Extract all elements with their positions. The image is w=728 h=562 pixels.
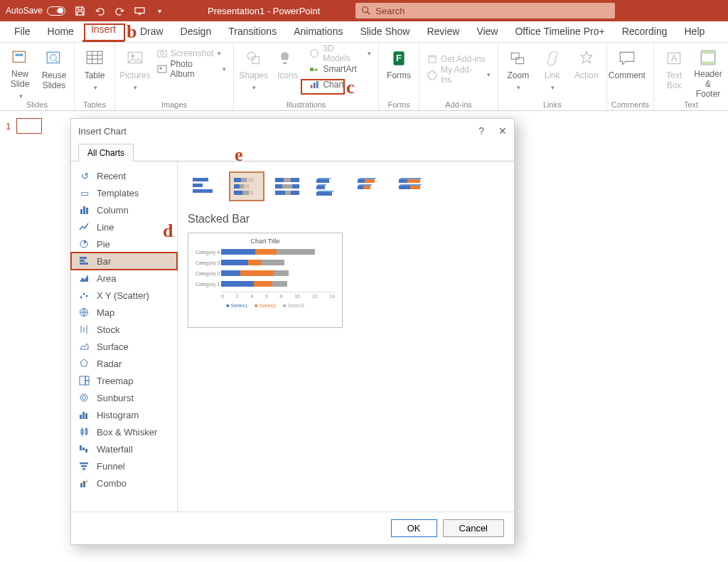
tab-insert[interactable]: Insert — [82, 19, 124, 42]
svg-rect-16 — [158, 65, 166, 73]
subtype-3d-stacked-bar[interactable] — [353, 171, 388, 201]
svg-point-0 — [363, 7, 368, 13]
pie-icon — [78, 238, 91, 250]
reuse-slides-button[interactable]: Reuse Slides — [38, 46, 70, 97]
icons-button[interactable]: Icons — [272, 46, 304, 97]
area-icon — [78, 272, 91, 284]
smartart-icon — [309, 63, 320, 75]
help-icon[interactable]: ? — [478, 125, 484, 137]
dialog-tab-all-charts[interactable]: All Charts — [78, 144, 134, 161]
tab-slideshow[interactable]: Slide Show — [351, 21, 418, 42]
tab-timeline[interactable]: Office Timeline Pro+ — [506, 21, 613, 42]
tab-draw[interactable]: Draw — [132, 21, 172, 42]
svg-rect-38 — [80, 257, 87, 259]
tab-transitions[interactable]: Transitions — [220, 21, 285, 42]
chart-button[interactable]: Chart — [306, 77, 374, 92]
cat-recent[interactable]: ↺Recent — [71, 167, 177, 184]
tab-home[interactable]: Home — [39, 21, 82, 42]
qat-more-icon[interactable]: ▾ — [154, 5, 165, 16]
svg-rect-71 — [234, 178, 241, 182]
cat-waterfall[interactable]: Waterfall — [71, 440, 177, 457]
cat-treemap[interactable]: Treemap — [71, 372, 177, 389]
link-button[interactable]: Link▾ — [537, 46, 568, 97]
icons-icon — [278, 48, 298, 68]
action-button[interactable]: Action — [571, 46, 602, 97]
svg-rect-96 — [399, 179, 407, 183]
cat-column[interactable]: Column — [71, 201, 177, 218]
table-button[interactable]: Table▾ — [79, 46, 110, 97]
tab-view[interactable]: View — [468, 21, 506, 42]
combo-icon — [78, 477, 91, 489]
3d-models-button[interactable]: 3D Models▾ — [306, 46, 374, 61]
subtype-3d-100-stacked-bar[interactable] — [394, 171, 429, 201]
ok-button[interactable]: OK — [391, 519, 437, 537]
cat-map[interactable]: Map — [71, 304, 177, 321]
map-icon — [78, 307, 91, 318]
cat-bar[interactable]: Bar — [71, 253, 177, 270]
cat-line[interactable]: Line — [71, 218, 177, 235]
svg-rect-23 — [314, 83, 316, 88]
dialog-titlebar: Insert Chart ? ✕ — [71, 119, 514, 143]
cat-area[interactable]: Area — [71, 270, 177, 287]
tab-file[interactable]: File — [6, 21, 39, 42]
autosave-toggle[interactable]: AutoSave Off — [6, 6, 65, 16]
new-slide-button[interactable]: New Slide▾ — [4, 46, 36, 97]
cat-surface[interactable]: Surface — [71, 338, 177, 355]
textbox-icon: A — [664, 48, 684, 68]
quick-access-toolbar: ▾ — [74, 5, 165, 16]
cat-pie[interactable]: Pie — [71, 235, 177, 253]
subtype-stacked-bar[interactable] — [229, 171, 264, 201]
search-input[interactable]: Search — [355, 3, 615, 18]
cat-combo[interactable]: Combo — [71, 474, 177, 492]
svg-rect-77 — [234, 191, 242, 195]
pictures-button[interactable]: Pictures▾ — [119, 46, 151, 97]
action-icon — [577, 48, 596, 68]
header-footer-button[interactable]: Header & Footer — [692, 46, 724, 97]
svg-rect-21 — [310, 68, 314, 71]
cat-templates[interactable]: ▭Templates — [71, 184, 177, 201]
slide-thumbnail-panel: 1 — [0, 111, 64, 562]
chart-preview-area: Stacked Bar Chart Title Category 4Catego… — [178, 161, 514, 511]
tab-help[interactable]: Help — [675, 21, 713, 42]
surface-icon — [78, 341, 91, 352]
cat-histogram[interactable]: Histogram — [71, 406, 177, 423]
chart-preview[interactable]: Chart Title Category 4Category 3Category… — [188, 233, 343, 328]
cat-stock[interactable]: Stock — [71, 321, 177, 338]
tab-recording[interactable]: Recording — [614, 21, 676, 42]
my-addins-button[interactable]: My Add-ins▾ — [424, 67, 493, 83]
preview-title: Chart Title — [196, 238, 335, 245]
undo-icon[interactable] — [94, 5, 105, 16]
cat-boxwhisker[interactable]: Box & Whisker — [71, 423, 177, 440]
shapes-icon — [244, 48, 264, 68]
svg-rect-54 — [82, 412, 85, 419]
header-icon — [698, 48, 718, 67]
ribbon: New Slide▾ Reuse Slides Slides Table▾ Ta… — [0, 43, 728, 111]
tab-animations[interactable]: Animations — [285, 21, 351, 42]
screenshot-icon — [156, 48, 168, 59]
cat-scatter[interactable]: X Y (Scatter) — [71, 287, 177, 304]
cat-sunburst[interactable]: Sunburst — [71, 389, 177, 406]
subtype-clustered-bar[interactable] — [188, 171, 223, 201]
cat-funnel[interactable]: Funnel — [71, 457, 177, 474]
forms-button[interactable]: FForms — [383, 46, 414, 97]
shapes-button[interactable]: Shapes▾ — [238, 46, 269, 97]
close-icon[interactable]: ✕ — [498, 125, 507, 137]
present-icon[interactable] — [134, 5, 145, 16]
textbox-button[interactable]: AText Box — [658, 46, 690, 97]
save-icon[interactable] — [74, 5, 85, 16]
smartart-button[interactable]: SmartArt — [306, 61, 374, 77]
svg-rect-78 — [242, 191, 249, 195]
tab-design[interactable]: Design — [172, 21, 220, 42]
zoom-button[interactable]: Zoom▾ — [503, 46, 534, 97]
redo-icon[interactable] — [114, 5, 125, 16]
svg-rect-68 — [193, 178, 208, 181]
slide-thumbnail-1[interactable]: 1 — [6, 118, 58, 134]
subtype-100-stacked-bar[interactable] — [270, 171, 306, 201]
subtype-3d-clustered-bar[interactable] — [311, 171, 347, 201]
comment-button[interactable]: Comment — [611, 46, 643, 97]
photo-album-button[interactable]: Photo Album▾ — [154, 61, 229, 77]
cat-radar[interactable]: Radar — [71, 355, 177, 372]
tab-review[interactable]: Review — [418, 21, 468, 42]
cancel-button[interactable]: Cancel — [443, 519, 504, 537]
svg-rect-19 — [252, 57, 259, 64]
